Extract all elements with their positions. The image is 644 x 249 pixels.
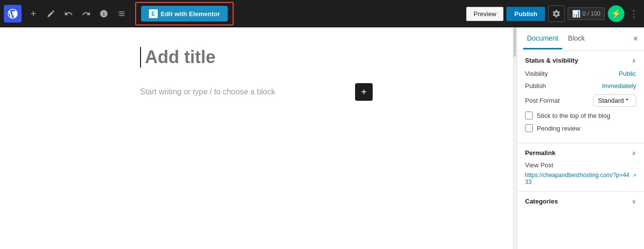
publish-row: Publish Immediately bbox=[525, 82, 636, 90]
wordpress-icon bbox=[7, 8, 19, 20]
post-format-row: Post Format Standard Aside Image Video A… bbox=[525, 94, 636, 107]
editor-scrollbar[interactable] bbox=[513, 27, 517, 249]
permalink-section: Permalink ∧ View Post https://cheapandbe… bbox=[517, 143, 644, 192]
more-tools-button[interactable] bbox=[114, 6, 129, 22]
seo-score-badge: 📊 0 / 100 bbox=[568, 7, 605, 20]
undo-icon bbox=[64, 9, 73, 18]
status-section-title: Status & visibility bbox=[525, 57, 578, 64]
publish-button[interactable]: Publish bbox=[506, 7, 545, 21]
permalink-header: Permalink ∧ bbox=[525, 149, 636, 157]
tab-document[interactable]: Document bbox=[523, 28, 562, 49]
add-block-button[interactable]: + bbox=[355, 83, 373, 101]
toolbar-left: + bbox=[4, 2, 466, 25]
editor-area: Start writing or type / to choose a bloc… bbox=[0, 27, 513, 249]
wp-logo[interactable] bbox=[4, 5, 22, 23]
toolbar-right: Preview Publish 📊 0 / 100 ⚡ ⋮ bbox=[466, 5, 640, 22]
permalink-title: Permalink bbox=[525, 149, 555, 157]
visibility-value[interactable]: Public bbox=[619, 70, 636, 77]
publish-label: Publish bbox=[525, 82, 546, 90]
sidebar-close-button[interactable]: × bbox=[633, 34, 638, 44]
more-options-button[interactable]: ⋮ bbox=[627, 6, 640, 21]
external-link-icon: ↗ bbox=[632, 173, 636, 178]
categories-collapse-icon[interactable]: ∨ bbox=[632, 198, 636, 205]
score-icon: 📊 bbox=[572, 10, 580, 18]
permalink-link[interactable]: https://cheapandbesthosting.com/?p=4433 … bbox=[525, 172, 636, 185]
redo-icon bbox=[82, 9, 91, 18]
info-button[interactable] bbox=[96, 6, 112, 22]
main-toolbar: + bbox=[0, 0, 644, 27]
elementor-edit-button[interactable]: E Edit with Elementor bbox=[141, 6, 228, 22]
scrollbar-thumb bbox=[513, 27, 516, 57]
pending-review-row: Pending review bbox=[525, 124, 636, 132]
post-format-label: Post Format bbox=[525, 97, 560, 104]
status-visibility-section: Status & visibility ∧ Visibility Public … bbox=[517, 51, 644, 143]
categories-section: Categories ∨ bbox=[517, 192, 644, 211]
grid-icon bbox=[117, 9, 126, 18]
sidebar-tabs: Document Block × bbox=[517, 27, 644, 51]
close-icon: × bbox=[633, 34, 638, 44]
pending-review-checkbox[interactable] bbox=[525, 124, 533, 132]
view-post-label: View Post bbox=[525, 161, 636, 169]
post-format-select[interactable]: Standard Aside Image Video Audio bbox=[594, 94, 636, 107]
info-icon bbox=[99, 9, 108, 18]
main-layout: Start writing or type / to choose a bloc… bbox=[0, 27, 644, 249]
collapse-icon[interactable]: ∧ bbox=[632, 57, 636, 64]
categories-title: Categories bbox=[525, 198, 558, 205]
publish-value[interactable]: Immediately bbox=[602, 82, 636, 90]
post-title-input[interactable] bbox=[140, 47, 373, 68]
tab-block[interactable]: Block bbox=[564, 28, 589, 49]
plus-icon: + bbox=[30, 8, 36, 20]
elementor-icon: E bbox=[149, 9, 158, 18]
new-post-button[interactable]: + bbox=[25, 6, 41, 22]
sidebar: Document Block × Status & visibility ∧ V… bbox=[517, 27, 644, 249]
stick-top-checkbox[interactable] bbox=[525, 112, 533, 119]
undo-button[interactable] bbox=[61, 6, 76, 22]
preview-button[interactable]: Preview bbox=[466, 7, 503, 21]
add-block-icon: + bbox=[361, 87, 367, 98]
lightning-icon: ⚡ bbox=[611, 8, 621, 19]
edit-button[interactable] bbox=[43, 6, 59, 22]
sidebar-body: Status & visibility ∧ Visibility Public … bbox=[517, 51, 644, 249]
elementor-btn-wrapper: E Edit with Elementor bbox=[135, 2, 234, 25]
status-section-header: Status & visibility ∧ bbox=[525, 57, 636, 64]
permalink-collapse-icon[interactable]: ∧ bbox=[632, 150, 636, 157]
visibility-row: Visibility Public bbox=[525, 70, 636, 77]
lightning-button[interactable]: ⚡ bbox=[608, 5, 624, 22]
stick-top-row: Stick to the top of the blog bbox=[525, 112, 636, 119]
score-label: 0 / 100 bbox=[582, 10, 600, 17]
pencil-icon bbox=[47, 9, 55, 18]
body-placeholder-text: Start writing or type / to choose a bloc… bbox=[140, 88, 275, 96]
categories-header: Categories ∨ bbox=[525, 198, 636, 205]
vertical-dots-icon: ⋮ bbox=[629, 9, 638, 19]
settings-button[interactable] bbox=[548, 5, 565, 22]
pending-review-label[interactable]: Pending review bbox=[537, 125, 580, 132]
visibility-label: Visibility bbox=[525, 70, 548, 77]
body-hint-area: Start writing or type / to choose a bloc… bbox=[140, 83, 373, 101]
editor-content: Start writing or type / to choose a bloc… bbox=[111, 27, 402, 249]
stick-top-label[interactable]: Stick to the top of the blog bbox=[537, 112, 610, 119]
redo-button[interactable] bbox=[78, 6, 94, 22]
gear-icon bbox=[552, 9, 561, 18]
elementor-btn-label: Edit with Elementor bbox=[161, 10, 220, 18]
